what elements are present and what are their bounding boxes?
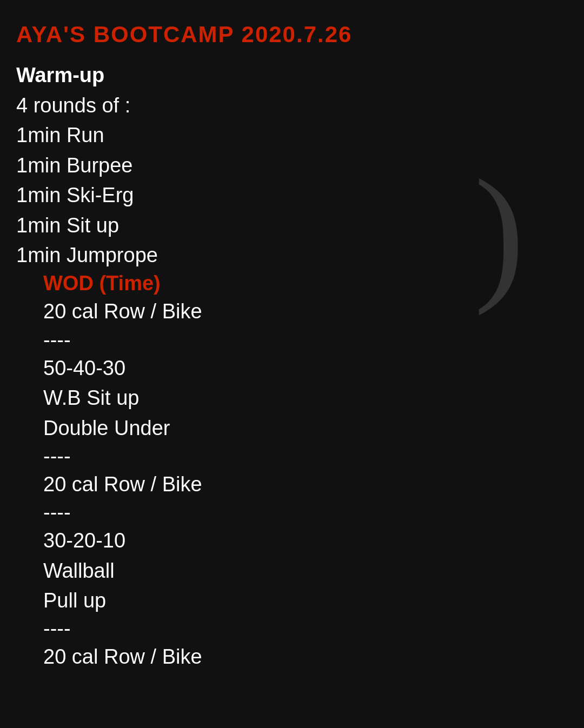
separator-4: ----	[16, 617, 568, 640]
separator-2: ----	[16, 445, 568, 468]
separator-3: ----	[16, 501, 568, 524]
rounds-text: 4 rounds of :	[16, 92, 568, 119]
wod-detail-2-1: 30-20-10	[16, 527, 568, 554]
wod-detail-2-3: Pull up	[16, 587, 568, 614]
warmup-label: Warm-up	[16, 64, 568, 87]
page-title: AYA'S BOOTCAMP 2020.7.26	[16, 22, 568, 48]
wod-detail-1-1: 50-40-30	[16, 355, 568, 382]
wod-detail-2-2: Wallball	[16, 558, 568, 584]
wod-detail-1-3: Double Under	[16, 415, 568, 442]
wod-detail-1-2: W.B Sit up	[16, 385, 568, 411]
separator-1: ----	[16, 329, 568, 352]
wod-row-3: 20 cal Row / Bike	[16, 644, 568, 670]
exercise-1: 1min Run	[16, 122, 568, 149]
bracket-decoration: )	[474, 157, 525, 308]
wod-row-2: 20 cal Row / Bike	[16, 471, 568, 498]
